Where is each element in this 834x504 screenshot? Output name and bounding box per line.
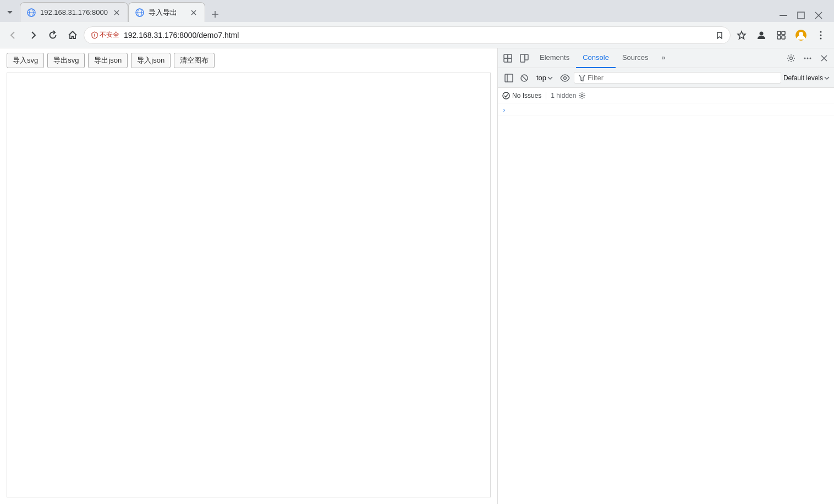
maximize-button[interactable] (794, 9, 808, 22)
svg-point-47 (503, 92, 509, 99)
console-log-area: › (498, 103, 834, 118)
svg-point-38 (810, 57, 811, 59)
console-chevron-icon[interactable]: › (502, 107, 506, 114)
devtools-topbar-actions (783, 51, 832, 66)
nav-bar: 不安全 (0, 22, 834, 48)
devtools-more-tabs[interactable]: » (655, 48, 672, 68)
console-issues-bar: No Issues 1 hidden (498, 88, 834, 103)
new-tab-button[interactable] (207, 7, 223, 22)
page-toolbar: 导入svg 导出svg 导出json 导入json 清空图布 (0, 48, 497, 73)
import-json-button[interactable]: 导入json (131, 53, 171, 68)
svg-point-28 (820, 37, 822, 39)
filter-icon (579, 75, 585, 81)
console-clear-button[interactable] (518, 71, 531, 85)
devtools-close-button[interactable] (816, 51, 832, 66)
window-controls (772, 9, 830, 22)
svg-point-35 (790, 57, 793, 59)
profile-button[interactable] (753, 26, 770, 44)
svg-rect-33 (520, 54, 525, 62)
console-log-entry[interactable]: › (498, 106, 834, 115)
tab-2[interactable]: 导入导出 (128, 2, 205, 22)
svg-rect-29 (504, 54, 508, 58)
svg-point-45 (564, 76, 567, 79)
forward-button[interactable] (24, 26, 42, 44)
devtools-tabs: Elements Console Sources » (533, 48, 782, 68)
svg-rect-20 (777, 31, 781, 35)
tab-2-favicon (135, 8, 144, 17)
tab-bar-left: 192.168.31.176:8000 (0, 2, 223, 22)
svg-point-48 (581, 95, 583, 97)
issues-settings-button[interactable] (578, 92, 586, 99)
import-svg-button[interactable]: 导入svg (7, 53, 44, 68)
console-top-label: top (536, 74, 546, 82)
security-label: 不安全 (100, 30, 119, 40)
levels-dropdown-icon (824, 76, 830, 80)
svg-point-37 (807, 57, 809, 59)
devtools-panel: Elements Console Sources » (497, 48, 834, 504)
tab-bar: 192.168.31.176:8000 (0, 0, 834, 22)
tab-console[interactable]: Console (576, 48, 616, 68)
home-button[interactable] (64, 26, 81, 44)
tab-1-close[interactable] (112, 8, 121, 17)
tab-bar-right (223, 9, 834, 22)
svg-rect-31 (504, 58, 508, 62)
canvas-area[interactable] (7, 73, 491, 497)
page-content: 导入svg 导出svg 导出json 导入json 清空图布 (0, 48, 497, 504)
svg-point-17 (94, 36, 95, 37)
top-dropdown-icon (547, 76, 553, 80)
menu-button[interactable] (812, 26, 830, 44)
back-button[interactable] (4, 26, 22, 44)
svg-rect-30 (508, 58, 512, 62)
tab-1-favicon (27, 8, 36, 17)
svg-marker-18 (738, 31, 745, 39)
export-svg-button[interactable]: 导出svg (47, 53, 85, 68)
close-button[interactable] (812, 9, 825, 22)
svg-rect-22 (777, 36, 781, 39)
minimize-button[interactable] (777, 9, 790, 22)
no-issues-label: No Issues (502, 92, 541, 99)
nav-actions (733, 26, 830, 44)
browser-frame: 192.168.31.176:8000 (0, 0, 834, 504)
extensions-button[interactable] (772, 26, 790, 44)
devtools-consolebar: top Def (498, 68, 834, 88)
tab-sources[interactable]: Sources (616, 48, 655, 68)
svg-point-19 (760, 31, 764, 35)
console-levels-dropdown[interactable]: Default levels (783, 74, 830, 82)
devtools-content: No Issues 1 hidden › (498, 88, 834, 504)
avatar-button[interactable] (792, 26, 810, 44)
devtools-more-options[interactable] (800, 51, 815, 66)
devtools-settings-button[interactable] (783, 51, 799, 66)
svg-rect-23 (782, 36, 785, 39)
export-json-button[interactable]: 导出json (88, 53, 128, 68)
console-eye-button[interactable] (558, 71, 572, 85)
svg-rect-34 (525, 54, 528, 60)
console-filter-input[interactable] (588, 74, 776, 82)
main-area: 导入svg 导出svg 导出json 导入json 清空图布 (0, 48, 834, 504)
svg-point-27 (820, 34, 822, 36)
reload-button[interactable] (44, 26, 62, 44)
tab-elements[interactable]: Elements (533, 48, 576, 68)
tabs-container: 192.168.31.176:8000 (20, 2, 223, 22)
hidden-count[interactable]: 1 hidden (546, 92, 586, 99)
tab-1[interactable]: 192.168.31.176:8000 (20, 2, 128, 22)
tab-dropdown-button[interactable] (2, 4, 18, 20)
address-bar[interactable]: 不安全 (84, 26, 731, 44)
devtools-device-button[interactable] (517, 51, 532, 66)
address-input[interactable] (124, 31, 711, 40)
bookmark-icon (716, 31, 723, 39)
devtools-inspect-button[interactable] (500, 51, 515, 66)
svg-rect-21 (782, 31, 785, 35)
tab-2-close[interactable] (189, 8, 198, 17)
console-sidebar-toggle[interactable] (502, 71, 515, 85)
security-icon: 不安全 (91, 30, 119, 40)
bookmark-star-button[interactable] (733, 26, 750, 44)
tab-1-title: 192.168.31.176:8000 (40, 8, 108, 16)
svg-line-44 (523, 76, 526, 80)
svg-rect-32 (508, 54, 512, 58)
devtools-topbar: Elements Console Sources » (498, 48, 834, 68)
clear-canvas-button[interactable]: 清空图布 (174, 53, 215, 68)
console-top-selector[interactable]: top (533, 73, 556, 83)
svg-rect-41 (505, 74, 513, 82)
console-filter-bar[interactable] (574, 72, 781, 84)
no-issues-icon (502, 92, 510, 99)
